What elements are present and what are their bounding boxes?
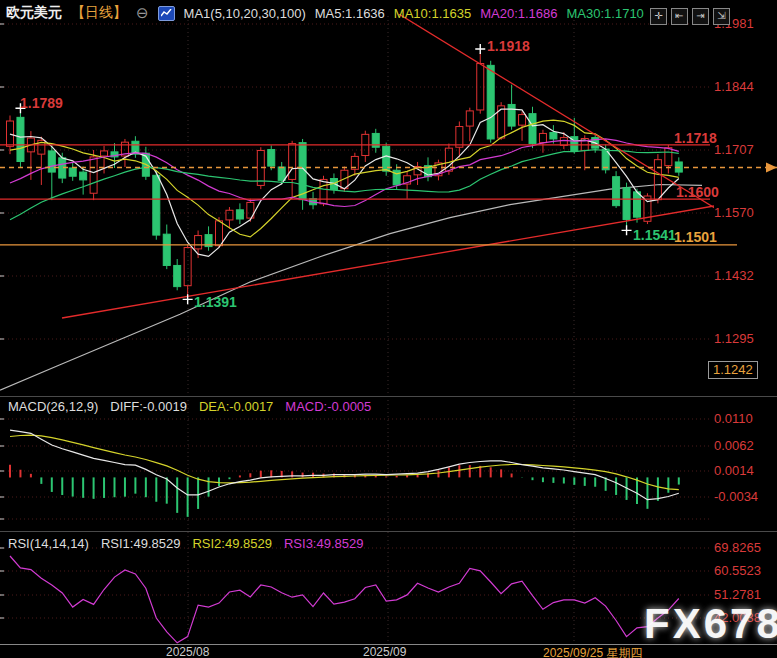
macd-axis-tick: -0.0034 <box>714 489 758 504</box>
price-axis-tick: 1.1570 <box>714 205 754 220</box>
collapse-icon[interactable]: ⊖ <box>136 6 149 20</box>
rsi1-value: RSI1:49.8529 <box>101 536 181 551</box>
rsi2-value: RSI2:49.8529 <box>192 536 272 551</box>
price-marker-label: 1.1600 <box>676 184 719 200</box>
macd-dea-value: DEA:-0.0017 <box>199 399 273 414</box>
price-axis-tick: 1.1844 <box>714 79 754 94</box>
rsi-axis-tick: 69.8265 <box>714 540 761 555</box>
date-axis-label: 2025/09/25 星期四 <box>543 645 642 658</box>
macd-diff-value: DIFF:-0.0019 <box>110 399 187 414</box>
price-axis-tick: 1.1295 <box>714 331 754 346</box>
fx678-watermark: FX678 <box>644 600 777 648</box>
price-axis-tick: 1.1432 <box>714 268 754 283</box>
macd-title[interactable]: MACD(26,12,9) <box>8 399 98 414</box>
axis-left-icon[interactable]: ⇤ <box>671 8 688 25</box>
pan-crosshair-icon[interactable]: ✛ <box>650 8 667 25</box>
chart-app: 欧元美元 【日线】 ⊖ MA1(5,10,20,30,100) MA5:1.16… <box>0 0 777 658</box>
rsi3-value: RSI3:49.8529 <box>284 536 364 551</box>
price-marker-label: 1.1501 <box>674 229 717 245</box>
date-axis-label: 2025/08 <box>166 645 209 658</box>
price-marker-label: 1.1718 <box>674 130 717 146</box>
chart-type-icon[interactable] <box>158 6 175 21</box>
price-marker-label: 1.1789 <box>20 95 63 111</box>
macd-axis-tick: 0.0110 <box>714 411 753 426</box>
ma-settings-label[interactable]: MA1(5,10,20,30,100) <box>184 6 306 21</box>
chart-canvas[interactable] <box>0 0 777 658</box>
rsi-title[interactable]: RSI(14,14,14) <box>8 536 89 551</box>
price-marker-label: 1.1541 <box>633 227 676 243</box>
macd-axis-tick: 0.0062 <box>714 438 754 453</box>
symbol-name: 欧元美元 <box>6 4 62 22</box>
ma10-value: MA10:1.1635 <box>394 6 471 21</box>
window-toolbar: ✛ ⇤ ⇥ ⇲ <box>650 8 730 25</box>
ma5-value: MA5:1.1636 <box>315 6 385 21</box>
rsi-header: RSI(14,14,14) RSI1:49.8529 RSI2:49.8529 … <box>8 536 363 551</box>
price-axis-tick: 1.1707 <box>714 142 754 157</box>
macd-axis-tick: 0.0014 <box>714 463 754 478</box>
rsi-axis-tick: 60.5523 <box>714 563 761 578</box>
ma30-value: MA30:1.1710 <box>567 6 644 21</box>
axis-right-icon[interactable]: ⇥ <box>692 8 709 25</box>
date-axis-label: 2025/09 <box>363 645 406 658</box>
top-bar: 欧元美元 【日线】 ⊖ MA1(5,10,20,30,100) MA5:1.16… <box>6 3 644 23</box>
period-tag[interactable]: 【日线】 <box>71 4 127 22</box>
boxed-price-tick: 1.1242 <box>708 361 758 379</box>
ma20-value: MA20:1.1686 <box>480 6 557 21</box>
price-marker-label: 1.1391 <box>194 294 237 310</box>
macd-header: MACD(26,12,9) DIFF:-0.0019 DEA:-0.0017 M… <box>8 399 371 414</box>
price-marker-label: 1.1918 <box>487 38 530 54</box>
exit-right-icon[interactable]: ⇲ <box>713 8 730 25</box>
macd-macd-value: MACD:-0.0005 <box>285 399 371 414</box>
